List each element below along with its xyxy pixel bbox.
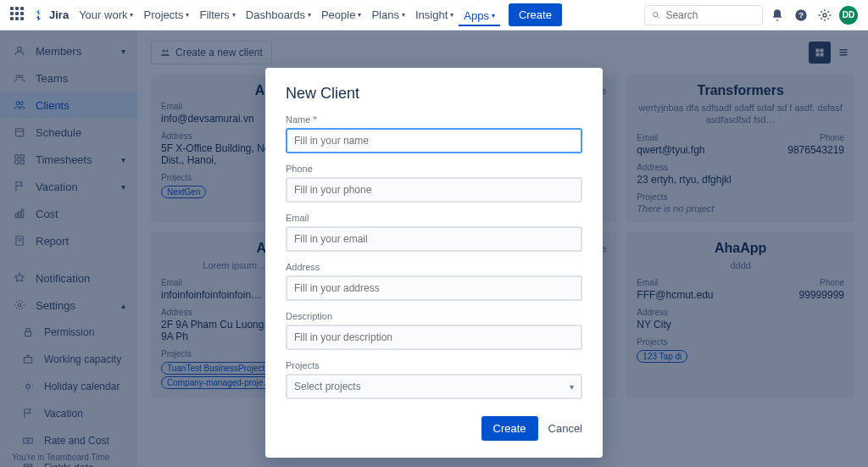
description-input[interactable] xyxy=(286,325,582,350)
modal-cancel-button[interactable]: Cancel xyxy=(548,416,582,441)
nav-projects[interactable]: Projects▾ xyxy=(138,5,194,25)
projects-select-placeholder: Select projects xyxy=(294,381,361,392)
help-icon[interactable]: ? xyxy=(792,6,810,25)
jira-logo[interactable]: Jira xyxy=(32,8,69,22)
svg-point-4 xyxy=(823,14,826,17)
user-avatar[interactable]: DD xyxy=(839,6,858,25)
jira-icon xyxy=(32,8,46,22)
svg-point-0 xyxy=(654,12,658,16)
projects-select[interactable]: Select projects ▾ xyxy=(286,374,582,399)
modal-create-button[interactable]: Create xyxy=(481,416,538,441)
nav-dashboards[interactable]: Dashboards▾ xyxy=(241,5,316,25)
search-icon xyxy=(652,10,660,20)
projects-label: Projects xyxy=(286,360,582,370)
nav-your-work[interactable]: Your work▾ xyxy=(74,5,138,25)
notifications-icon[interactable] xyxy=(768,6,787,25)
nav-people[interactable]: People▾ xyxy=(316,5,366,25)
brand-label: Jira xyxy=(49,8,69,21)
app-switcher-icon[interactable] xyxy=(10,7,27,24)
nav-filters[interactable]: Filters▾ xyxy=(194,5,240,25)
top-nav: Jira Your work▾Projects▾Filters▾Dashboar… xyxy=(0,0,868,31)
name-input[interactable] xyxy=(286,128,582,153)
search-box[interactable] xyxy=(644,5,763,25)
settings-icon[interactable] xyxy=(815,6,834,25)
create-button[interactable]: Create xyxy=(509,3,562,26)
description-label: Description xyxy=(286,311,582,321)
search-input[interactable] xyxy=(665,9,755,21)
chevron-down-icon: ▾ xyxy=(570,382,574,392)
email-label: Email xyxy=(286,213,582,223)
new-client-modal: New Client Name * Phone Email Address De… xyxy=(265,68,603,458)
address-input[interactable] xyxy=(286,275,582,301)
phone-label: Phone xyxy=(286,164,582,174)
svg-line-1 xyxy=(657,16,659,18)
email-input[interactable] xyxy=(286,226,582,252)
name-label: Name * xyxy=(286,114,582,125)
nav-apps[interactable]: Apps▾ xyxy=(459,5,500,26)
modal-title: New Client xyxy=(286,85,582,103)
nav-plans[interactable]: Plans▾ xyxy=(366,5,410,25)
address-label: Address xyxy=(286,262,582,272)
svg-text:?: ? xyxy=(798,11,804,19)
nav-insight[interactable]: Insight▾ xyxy=(410,5,459,25)
phone-input[interactable] xyxy=(286,177,582,203)
